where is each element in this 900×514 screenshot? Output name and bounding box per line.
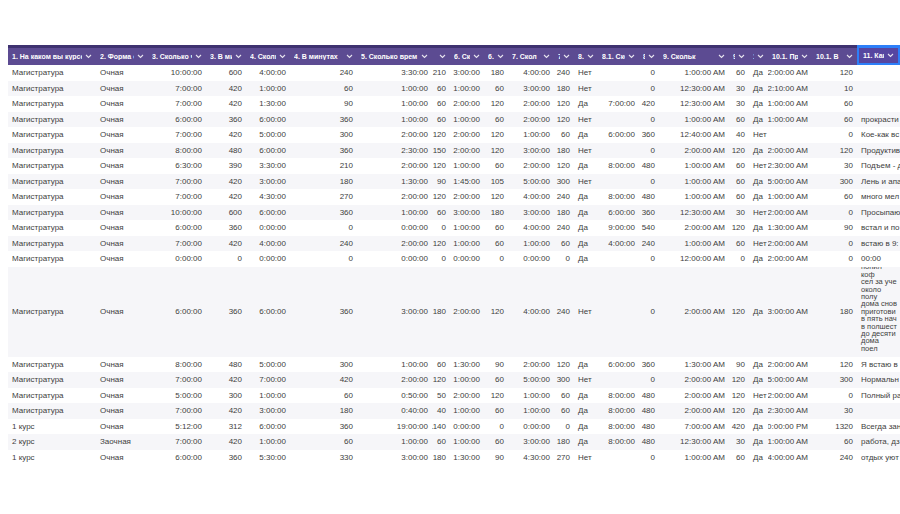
cell[interactable]: 60 xyxy=(554,388,574,404)
cell[interactable]: 390 xyxy=(206,158,246,174)
cell[interactable]: 600 xyxy=(206,65,246,81)
cell[interactable]: 0 xyxy=(432,251,450,267)
cell[interactable]: 1:30:00 AM xyxy=(768,220,812,236)
cell[interactable]: 420 xyxy=(206,434,246,450)
cell[interactable]: 0:50:00 xyxy=(357,388,432,404)
cell[interactable]: 480 xyxy=(639,388,659,404)
chevron-down-icon[interactable] xyxy=(235,54,242,59)
cell[interactable]: встаю в 9: xyxy=(857,236,900,252)
cell[interactable]: 10:00:00 xyxy=(148,65,206,81)
cell[interactable]: 210 xyxy=(432,65,450,81)
chevron-down-icon[interactable] xyxy=(648,54,655,59)
cell[interactable]: 60 xyxy=(432,81,450,97)
cell[interactable]: Очная xyxy=(96,174,148,190)
cell[interactable]: 3:30:00 xyxy=(246,158,290,174)
cell[interactable]: Магистратура xyxy=(8,143,96,159)
cell[interactable]: Да xyxy=(749,143,768,159)
cell[interactable]: 90 xyxy=(432,174,450,190)
chevron-down-icon[interactable] xyxy=(473,54,480,59)
cell[interactable]: 0 xyxy=(812,236,857,252)
cell[interactable]: 360 xyxy=(206,112,246,128)
cell[interactable]: Да xyxy=(574,236,598,252)
cell[interactable]: 1:00:00 xyxy=(450,434,484,450)
cell[interactable]: 3:00:00 xyxy=(508,205,554,221)
cell[interactable]: 10:00:00 PM xyxy=(768,419,812,435)
cell[interactable]: Да xyxy=(749,220,768,236)
cell[interactable]: 1 курс xyxy=(8,450,96,466)
cell[interactable] xyxy=(598,267,639,357)
cell[interactable]: 0:40:00 xyxy=(357,403,432,419)
cell[interactable]: 0 xyxy=(639,450,659,466)
cell[interactable]: Нет xyxy=(574,65,598,81)
cell[interactable]: 3:00:00 xyxy=(357,450,432,466)
cell[interactable]: 1:00:00 xyxy=(508,127,554,143)
cell[interactable]: 0 xyxy=(432,220,450,236)
cell[interactable]: Да xyxy=(574,419,598,435)
cell[interactable]: Подъем - д xyxy=(857,158,900,174)
cell[interactable]: 7:00:00 xyxy=(148,127,206,143)
cell[interactable]: 420 xyxy=(206,189,246,205)
cell[interactable]: 4:00:00 xyxy=(508,220,554,236)
cell[interactable]: 60 xyxy=(432,357,450,373)
cell[interactable]: 90 xyxy=(290,96,357,112)
cell[interactable]: Магистратура xyxy=(8,174,96,190)
cell[interactable]: 1:00:00 xyxy=(450,158,484,174)
cell[interactable]: Да xyxy=(749,434,768,450)
cell[interactable]: 5:00:00 xyxy=(508,174,554,190)
cell[interactable]: Да xyxy=(574,251,598,267)
chevron-down-icon[interactable] xyxy=(563,54,570,59)
cell[interactable]: 60 xyxy=(290,434,357,450)
cell[interactable]: 60 xyxy=(484,434,508,450)
cell[interactable]: Да xyxy=(749,81,768,97)
cell[interactable]: Магистратура xyxy=(8,158,96,174)
cell[interactable]: Да xyxy=(749,251,768,267)
cell[interactable] xyxy=(598,372,639,388)
cell[interactable]: 8:00:00 xyxy=(598,388,639,404)
cell[interactable]: 3:00:00 xyxy=(246,403,290,419)
cell[interactable]: 60 xyxy=(484,158,508,174)
cell[interactable]: 180 xyxy=(812,267,857,357)
cell[interactable]: 6:00:00 xyxy=(598,357,639,373)
cell[interactable] xyxy=(598,450,639,466)
cell[interactable]: 90 xyxy=(812,220,857,236)
cell[interactable]: Да xyxy=(749,65,768,81)
cell[interactable]: проснулся попил коф сел за уче около пол… xyxy=(857,267,900,357)
cell[interactable]: 4:00:00 xyxy=(508,189,554,205)
cell[interactable]: 30 xyxy=(729,81,749,97)
cell[interactable]: 8:00:00 xyxy=(598,403,639,419)
cell[interactable]: 420 xyxy=(290,372,357,388)
cell[interactable]: 1:00:00 xyxy=(450,236,484,252)
cell[interactable]: 5:00:00 AM xyxy=(768,372,812,388)
cell[interactable]: Очная xyxy=(96,81,148,97)
cell[interactable]: 2:00:00 AM xyxy=(659,388,729,404)
cell[interactable]: 12:00:00 AM xyxy=(768,205,812,221)
cell[interactable]: Магистратура xyxy=(8,65,96,81)
cell[interactable]: 1:00:00 xyxy=(357,205,432,221)
chevron-down-icon[interactable] xyxy=(628,54,635,59)
cell[interactable]: 120 xyxy=(812,143,857,159)
cell[interactable]: 480 xyxy=(639,403,659,419)
column-header-13[interactable]: 8. xyxy=(574,45,598,65)
cell[interactable]: 2:00:00 AM xyxy=(768,357,812,373)
cell[interactable]: 180 xyxy=(432,267,450,357)
cell[interactable]: 6:00:00 xyxy=(598,127,639,143)
cell[interactable]: 150 xyxy=(432,143,450,159)
cell[interactable]: 120 xyxy=(554,158,574,174)
cell[interactable] xyxy=(857,96,900,112)
cell[interactable]: Да xyxy=(574,357,598,373)
chevron-down-icon[interactable] xyxy=(757,54,764,59)
cell[interactable]: Да xyxy=(749,267,768,357)
cell[interactable]: 420 xyxy=(639,96,659,112)
cell[interactable]: Очная xyxy=(96,205,148,221)
cell[interactable]: 2:00:00 xyxy=(508,112,554,128)
chevron-down-icon[interactable] xyxy=(346,54,353,59)
cell[interactable]: 12:30:00 AM xyxy=(659,434,729,450)
cell[interactable]: 12:40:00 AM xyxy=(659,127,729,143)
cell[interactable]: 1:00:00 xyxy=(246,81,290,97)
chevron-down-icon[interactable] xyxy=(887,53,894,58)
cell[interactable]: 6:00:00 xyxy=(246,112,290,128)
cell[interactable]: 40 xyxy=(432,403,450,419)
cell[interactable]: 3:30:00 xyxy=(357,65,432,81)
cell[interactable]: Очная xyxy=(96,251,148,267)
cell[interactable]: 60 xyxy=(290,81,357,97)
